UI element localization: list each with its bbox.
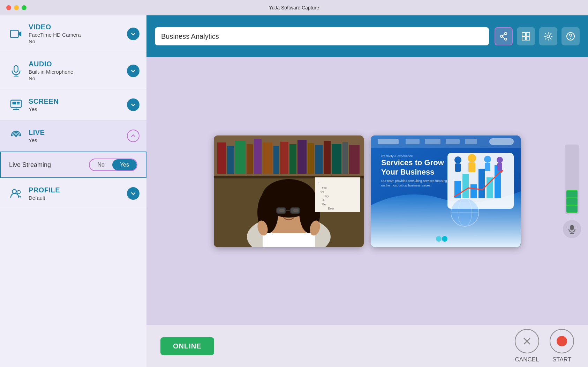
svg-rect-87 xyxy=(455,163,461,172)
svg-rect-68 xyxy=(406,139,420,144)
svg-text:Does: Does xyxy=(328,207,334,210)
live-streaming-panel: Live Streaming No Yes xyxy=(0,152,146,178)
svg-rect-18 xyxy=(522,32,526,36)
profile-text: PROFILE Default xyxy=(29,186,127,201)
live-chevron[interactable] xyxy=(127,130,140,142)
svg-text:Your Business: Your Business xyxy=(381,168,434,176)
preview-area: I you we they He She Does xyxy=(146,57,588,325)
svg-line-17 xyxy=(503,37,505,39)
svg-text:Services to Grow: Services to Grow xyxy=(381,158,444,167)
svg-rect-82 xyxy=(478,169,485,198)
search-input[interactable] xyxy=(155,27,489,45)
svg-text:on the most critical business : on the most critical business issues. xyxy=(381,184,431,187)
bottom-bar: ONLINE CANCEL START xyxy=(146,325,588,367)
toggle-no[interactable]: No xyxy=(90,159,112,170)
svg-rect-1 xyxy=(14,65,18,72)
start-dot xyxy=(557,336,567,346)
audio-text: AUDIO Built-in Microphone No xyxy=(29,60,127,81)
svg-rect-99 xyxy=(570,225,574,230)
layout-button[interactable] xyxy=(517,27,535,45)
profile-title: PROFILE xyxy=(29,186,127,194)
svg-point-10 xyxy=(15,135,17,137)
svg-rect-27 xyxy=(217,142,226,174)
svg-rect-20 xyxy=(522,37,526,40)
sidebar-item-profile[interactable]: PROFILE Default xyxy=(0,178,146,209)
svg-rect-72 xyxy=(489,138,514,145)
video-chevron[interactable] xyxy=(127,28,140,40)
svg-rect-93 xyxy=(497,163,502,171)
svg-rect-31 xyxy=(254,139,262,174)
svg-point-14 xyxy=(505,38,507,40)
live-streaming-label: Live Streaming xyxy=(9,161,51,169)
svg-rect-41 xyxy=(342,142,348,174)
profile-icon xyxy=(8,186,24,201)
audio-title: AUDIO xyxy=(29,60,127,68)
svg-rect-30 xyxy=(247,144,253,174)
start-action[interactable]: START xyxy=(550,329,574,363)
svg-rect-28 xyxy=(227,146,234,174)
title-bar: YuJa Software Capture xyxy=(0,0,588,15)
svg-text:She: She xyxy=(322,203,326,206)
svg-line-16 xyxy=(503,34,505,36)
volume-seg-2 xyxy=(566,198,578,205)
svg-rect-54 xyxy=(263,233,315,247)
screen-text: SCREEN Yes xyxy=(29,97,127,112)
svg-point-11 xyxy=(13,190,16,193)
close-button[interactable] xyxy=(6,5,11,10)
sidebar-item-audio[interactable]: AUDIO Built-in Microphone No xyxy=(0,52,146,89)
volume-seg-1 xyxy=(566,191,578,197)
video-value: No xyxy=(29,38,127,44)
screen-icon xyxy=(8,97,24,112)
svg-point-23 xyxy=(567,32,574,40)
svg-text:Our team provides consulting s: Our team provides consulting services fo… xyxy=(381,179,447,183)
svg-rect-29 xyxy=(235,141,246,174)
svg-point-88 xyxy=(468,154,476,162)
svg-point-12 xyxy=(17,191,20,194)
settings-button[interactable] xyxy=(539,27,557,45)
svg-rect-4 xyxy=(11,100,21,108)
mic-button[interactable] xyxy=(563,220,581,238)
svg-rect-19 xyxy=(526,32,530,36)
sidebar-item-live[interactable]: LIVE Yes xyxy=(0,120,146,152)
toggle-yes[interactable]: Yes xyxy=(112,159,137,170)
svg-text:you: you xyxy=(322,186,327,189)
cancel-circle[interactable] xyxy=(515,329,539,353)
window-title: YuJa Software Capture xyxy=(269,5,319,10)
svg-rect-33 xyxy=(273,146,279,174)
maximize-button[interactable] xyxy=(22,5,27,10)
svg-point-22 xyxy=(547,35,550,38)
svg-rect-0 xyxy=(10,30,18,37)
svg-point-90 xyxy=(484,156,491,163)
sidebar-item-screen[interactable]: SCREEN Yes xyxy=(0,89,146,120)
svg-text:they: they xyxy=(324,194,329,198)
share-button[interactable] xyxy=(495,27,513,45)
svg-rect-34 xyxy=(280,142,288,174)
svg-point-15 xyxy=(500,35,503,37)
audio-chevron[interactable] xyxy=(127,65,140,77)
svg-rect-57 xyxy=(315,177,360,212)
video-title: VIDEO xyxy=(29,23,127,31)
svg-rect-67 xyxy=(378,139,399,144)
online-button[interactable]: ONLINE xyxy=(160,337,214,355)
live-streaming-toggle[interactable]: No Yes xyxy=(89,159,137,171)
audio-value: No xyxy=(29,75,127,81)
svg-point-98 xyxy=(442,236,447,242)
svg-point-24 xyxy=(570,38,571,39)
start-circle[interactable] xyxy=(550,329,574,353)
cancel-label: CANCEL xyxy=(515,356,539,363)
svg-rect-37 xyxy=(308,143,314,174)
app-container: VIDEO FaceTime HD Camera No xyxy=(0,15,588,367)
svg-rect-81 xyxy=(470,184,477,198)
svg-point-86 xyxy=(454,156,461,163)
video-icon xyxy=(8,26,24,42)
live-title: LIVE xyxy=(29,129,127,137)
svg-rect-40 xyxy=(332,144,341,174)
profile-chevron[interactable] xyxy=(127,187,140,200)
svg-rect-9 xyxy=(17,103,20,104)
screen-chevron[interactable] xyxy=(127,98,140,111)
help-button[interactable] xyxy=(561,27,580,45)
cancel-action[interactable]: CANCEL xyxy=(515,329,539,363)
top-bar xyxy=(146,15,588,57)
minimize-button[interactable] xyxy=(14,5,19,10)
sidebar-item-video[interactable]: VIDEO FaceTime HD Camera No xyxy=(0,15,146,52)
